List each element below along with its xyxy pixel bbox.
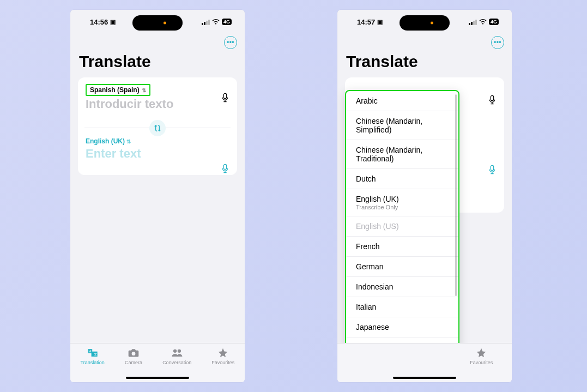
star-icon (217, 347, 229, 359)
tab-camera[interactable]: Camera (125, 347, 142, 365)
language-name: Chinese (Mandarin, Traditional) (356, 146, 449, 163)
status-time: 14:57 (357, 18, 375, 26)
star-icon (475, 347, 487, 359)
svg-rect-8 (491, 165, 493, 170)
home-indicator[interactable] (126, 377, 189, 379)
more-button[interactable]: ••• (491, 36, 504, 49)
face-id-icon: ▣ (377, 19, 383, 26)
language-option[interactable]: Italian (346, 297, 458, 317)
chevron-updown-icon: ⇅ (142, 87, 146, 93)
language-option[interactable]: Japanese (346, 317, 458, 337)
language-option[interactable]: English (UK)Transcribe Only (346, 189, 458, 216)
wifi-icon (212, 19, 220, 25)
scroll-indicator (455, 94, 457, 296)
home-indicator[interactable] (393, 377, 456, 379)
svg-rect-1 (223, 164, 226, 169)
dynamic-island (132, 15, 183, 31)
language-name: Arabic (356, 97, 449, 105)
language-name: Italian (356, 303, 449, 311)
dynamic-island (400, 15, 450, 31)
wifi-icon (479, 19, 487, 25)
mic-target-button[interactable] (221, 164, 229, 174)
language-name: Dutch (356, 174, 449, 183)
language-name: English (US) (356, 222, 449, 231)
language-option[interactable]: Arabic (346, 91, 458, 111)
tab-translation[interactable]: A文 Translation (81, 347, 105, 365)
source-input[interactable]: Introducir texto (86, 97, 229, 111)
language-subtitle: Transcribe Only (356, 204, 449, 210)
network-badge: 4G (222, 19, 232, 25)
tab-label: Favourites (211, 360, 234, 365)
svg-point-5 (173, 349, 177, 353)
language-name: French (356, 242, 449, 251)
language-name: Japanese (356, 323, 449, 331)
more-button[interactable]: ••• (224, 36, 237, 49)
language-name: English (UK) (356, 195, 449, 203)
source-language-selector[interactable]: Spanish (Spain) ⇅ (86, 84, 150, 96)
tab-bar: Favourites (337, 343, 512, 382)
cellular-icon (202, 19, 210, 25)
svg-text:A: A (89, 349, 91, 353)
svg-text:文: 文 (93, 352, 96, 356)
camera-icon (128, 347, 140, 359)
phone-left: 14:56 ▣ 4G ••• Translate Spanish (Spain)… (70, 10, 245, 382)
language-option[interactable]: Indonesian (346, 277, 458, 297)
language-name: German (356, 262, 449, 271)
mic-source-button[interactable] (488, 95, 497, 108)
language-option[interactable]: Chinese (Mandarin, Simplified) (346, 111, 458, 140)
svg-rect-7 (491, 95, 493, 100)
language-option[interactable]: Chinese (Mandarin, Traditional) (346, 140, 458, 169)
svg-point-6 (177, 349, 180, 353)
target-language-selector[interactable]: English (UK) ⇅ (86, 137, 131, 145)
language-option[interactable]: English (US) (346, 216, 458, 237)
chevron-updown-icon: ⇅ (126, 138, 131, 144)
translate-icon: A文 (87, 347, 99, 359)
swap-languages-button[interactable] (149, 120, 166, 136)
status-bar: 14:57 ▣ 4G (337, 10, 512, 34)
people-icon (171, 347, 183, 359)
tab-favourites[interactable]: Favourites (470, 347, 493, 365)
phone-right: 14:57 ▣ 4G ••• Translate ArabicChinese (… (337, 10, 512, 382)
source-language-label: Spanish (Spain) (90, 86, 140, 94)
tab-label: Conversation (162, 360, 191, 365)
tab-favourites[interactable]: Favourites (211, 347, 234, 365)
tab-label: Favourites (470, 360, 493, 365)
language-name: Indonesian (356, 282, 449, 291)
tab-bar: A文 Translation Camera Conversation Favou… (70, 343, 245, 382)
tab-conversation[interactable]: Conversation (162, 347, 191, 365)
page-title: Translate (337, 49, 512, 77)
language-option[interactable]: German (346, 257, 458, 277)
language-name: Chinese (Mandarin, Simplified) (356, 117, 449, 134)
page-title: Translate (70, 49, 245, 77)
language-list[interactable]: ArabicChinese (Mandarin, Simplified)Chin… (346, 91, 458, 369)
svg-rect-0 (223, 93, 226, 98)
divider (84, 128, 231, 128)
language-option[interactable]: Dutch (346, 169, 458, 189)
language-list-panel: ArabicChinese (Mandarin, Simplified)Chin… (345, 90, 459, 370)
svg-point-4 (132, 352, 136, 355)
face-id-icon: ▣ (110, 19, 116, 26)
mic-target-button[interactable] (488, 165, 497, 178)
tab-label: Camera (125, 360, 142, 365)
mic-source-button[interactable] (221, 93, 229, 104)
status-time: 14:56 (90, 18, 108, 26)
network-badge: 4G (489, 19, 499, 25)
language-option[interactable]: French (346, 237, 458, 257)
translate-card: Spanish (Spain) ⇅ Introducir texto Engli… (78, 77, 237, 175)
target-input[interactable]: Enter text (86, 147, 229, 161)
tab-label: Translation (81, 360, 105, 365)
target-language-label: English (UK) (86, 137, 125, 145)
status-bar: 14:56 ▣ 4G (70, 10, 245, 34)
cellular-icon (469, 19, 477, 25)
